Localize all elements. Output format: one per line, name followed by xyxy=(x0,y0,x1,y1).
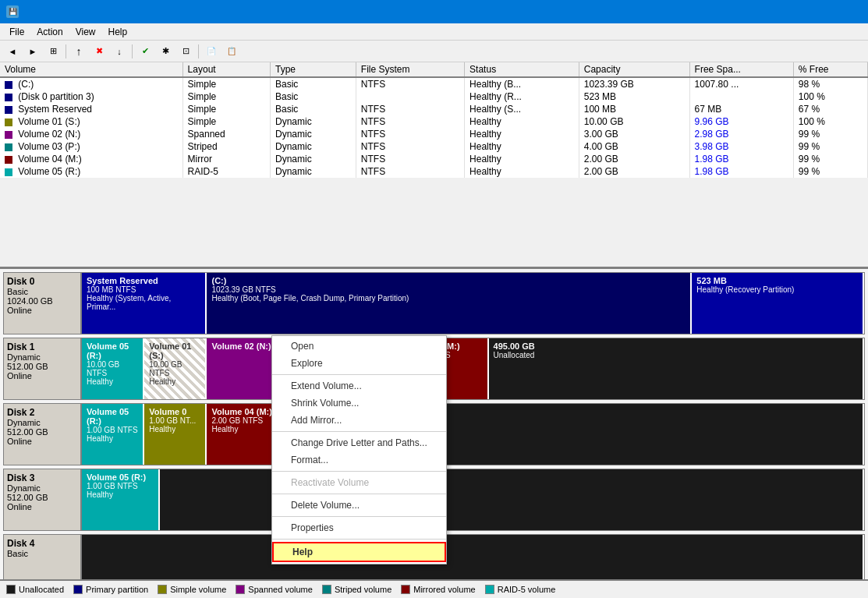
toolbar-sep1 xyxy=(66,44,66,58)
ctx-item-add-mirror---[interactable]: Add Mirror... xyxy=(272,412,446,429)
cell-free: 1.98 GB xyxy=(689,165,793,178)
cell-layout: Mirror xyxy=(182,153,270,165)
partition-1-1[interactable]: Volume 01 (S:)10.00 GB NTFSHealthy xyxy=(144,338,207,399)
minimize-button[interactable] xyxy=(754,0,790,23)
cell-layout: Simple xyxy=(182,77,270,90)
table-row[interactable]: Volume 01 (S:) Simple Dynamic NTFS Healt… xyxy=(0,115,868,128)
toolbar-show-hide[interactable]: ↑ xyxy=(69,43,88,60)
toolbar-refresh[interactable]: ✱ xyxy=(156,43,175,60)
col-filesystem: File System xyxy=(356,62,464,77)
cell-filesystem: NTFS xyxy=(356,140,464,153)
toolbar-back[interactable]: ◄ xyxy=(3,43,22,60)
toolbar-extra2[interactable]: 📋 xyxy=(222,43,241,60)
cell-pct: 99 % xyxy=(793,140,867,153)
table-row[interactable]: (C:) Simple Basic NTFS Healthy (B... 102… xyxy=(0,77,868,90)
table-row[interactable]: Volume 02 (N:) Spanned Dynamic NTFS Heal… xyxy=(0,128,868,140)
table-row[interactable]: System Reserved Simple Basic NTFS Health… xyxy=(0,103,868,115)
toolbar-sep3 xyxy=(198,44,199,58)
partition-2-1[interactable]: Volume 01.00 GB NT...Healthy xyxy=(144,404,207,465)
legend-box-5 xyxy=(401,585,410,594)
partition-4-0[interactable] xyxy=(82,535,864,579)
cell-free: 9.96 GB xyxy=(689,115,793,128)
table-row[interactable]: Volume 03 (P:) Striped Dynamic NTFS Heal… xyxy=(0,140,868,153)
cell-type: Dynamic xyxy=(270,165,356,178)
legend-label-0: Unallocated xyxy=(19,585,64,594)
ctx-item-properties[interactable]: Properties xyxy=(272,519,446,536)
partition-2-0[interactable]: Volume 05 (R:)1.00 GB NTFSHealthy xyxy=(82,404,144,465)
legend-item-3: Spanned volume xyxy=(236,585,313,594)
cell-type: Basic xyxy=(270,77,356,90)
partition-0-0[interactable]: System Reserved100 MB NTFSHealthy (Syste… xyxy=(82,273,207,334)
ctx-sep-9 xyxy=(272,471,446,472)
cell-volume: System Reserved xyxy=(0,103,182,115)
ctx-item-open[interactable]: Open xyxy=(272,338,446,355)
toolbar-extra1[interactable]: 📄 xyxy=(202,43,221,60)
legend-item-4: Striped volume xyxy=(322,585,391,594)
ctx-item-shrink-volume---[interactable]: Shrink Volume... xyxy=(272,395,446,412)
ctx-item-explore[interactable]: Explore xyxy=(272,355,446,372)
context-menu: OpenExploreExtend Volume...Shrink Volume… xyxy=(271,335,447,564)
cell-type: Basic xyxy=(270,90,356,103)
close-button[interactable] xyxy=(826,0,862,23)
partition-0-2[interactable]: 523 MBHealthy (Recovery Partition) xyxy=(692,273,864,334)
legend-label-3: Spanned volume xyxy=(248,585,313,594)
ctx-item-delete-volume---[interactable]: Delete Volume... xyxy=(272,497,446,514)
cell-volume: Volume 04 (M:) xyxy=(0,153,182,165)
ctx-item-extend-volume---[interactable]: Extend Volume... xyxy=(272,377,446,395)
menu-file[interactable]: File xyxy=(3,25,30,39)
cell-type: Dynamic xyxy=(270,115,356,128)
cell-capacity: 1023.39 GB xyxy=(579,77,689,90)
cell-pct: 98 % xyxy=(793,77,867,90)
toolbar-up[interactable]: ⊞ xyxy=(44,43,62,60)
partition-0-1[interactable]: (C:)1023.39 GB NTFSHealthy (Boot, Page F… xyxy=(207,273,692,334)
cell-pct: 100 % xyxy=(793,115,867,128)
disk-label-4: Disk 4Basic xyxy=(4,535,82,579)
cell-capacity: 4.00 GB xyxy=(579,140,689,153)
cell-type: Dynamic xyxy=(270,153,356,165)
cell-filesystem: NTFS xyxy=(356,153,464,165)
app-icon: 💾 xyxy=(6,5,19,18)
ctx-item-help[interactable]: Help xyxy=(272,542,446,562)
table-row[interactable]: (Disk 0 partition 3) Simple Basic Health… xyxy=(0,90,868,103)
cell-pct: 99 % xyxy=(793,165,867,178)
legend-box-0 xyxy=(6,585,16,594)
cell-filesystem xyxy=(356,90,464,103)
table-header-row: Volume Layout Type File System Status Ca… xyxy=(0,62,868,77)
disk-partitions-3: Volume 05 (R:)1.00 GB NTFSHealthy xyxy=(82,469,864,530)
cell-type: Basic xyxy=(270,103,356,115)
toolbar-forward[interactable]: ► xyxy=(23,43,42,60)
ctx-sep-6 xyxy=(272,431,446,432)
cell-volume: Volume 02 (N:) xyxy=(0,128,182,140)
partition-3-0[interactable]: Volume 05 (R:)1.00 GB NTFSHealthy xyxy=(82,469,160,530)
table-row[interactable]: Volume 05 (R:) RAID-5 Dynamic NTFS Healt… xyxy=(0,165,868,178)
cell-capacity: 523 MB xyxy=(579,90,689,103)
col-layout: Layout xyxy=(182,62,270,77)
legend-label-5: Mirrored volume xyxy=(413,585,475,594)
menu-action[interactable]: Action xyxy=(30,25,69,39)
ctx-sep-15 xyxy=(272,539,446,540)
partition-3-1[interactable] xyxy=(160,469,864,530)
menu-view[interactable]: View xyxy=(69,25,102,39)
cell-filesystem: NTFS xyxy=(356,128,464,140)
toolbar-properties[interactable]: ↓ xyxy=(110,43,129,60)
ctx-item-change-drive-letter-and-paths---[interactable]: Change Drive Letter and Paths... xyxy=(272,434,446,451)
cell-layout: Simple xyxy=(182,103,270,115)
toolbar-new[interactable]: ✔ xyxy=(136,43,154,60)
toolbar: ◄ ► ⊞ ↑ ✖ ↓ ✔ ✱ ⊡ 📄 📋 xyxy=(0,41,868,62)
cell-capacity: 10.00 GB xyxy=(579,115,689,128)
partition-1-5[interactable]: 495.00 GBUnallocated xyxy=(489,338,864,399)
window-controls[interactable] xyxy=(754,0,862,23)
menu-help[interactable]: Help xyxy=(102,25,134,39)
legend-box-2 xyxy=(158,585,167,594)
cell-free: 1007.80 ... xyxy=(689,77,793,90)
toolbar-delete[interactable]: ✖ xyxy=(90,43,108,60)
maximize-button[interactable] xyxy=(790,0,826,23)
cell-pct: 99 % xyxy=(793,128,867,140)
table-row[interactable]: Volume 04 (M:) Mirror Dynamic NTFS Healt… xyxy=(0,153,868,165)
disk-partitions-4 xyxy=(82,535,864,579)
cell-volume: Volume 01 (S:) xyxy=(0,115,182,128)
partition-1-0[interactable]: Volume 05 (R:)10.00 GB NTFSHealthy xyxy=(82,338,144,399)
title-bar-left: 💾 xyxy=(6,5,23,18)
ctx-item-format---[interactable]: Format... xyxy=(272,451,446,469)
toolbar-help[interactable]: ⊡ xyxy=(176,43,195,60)
